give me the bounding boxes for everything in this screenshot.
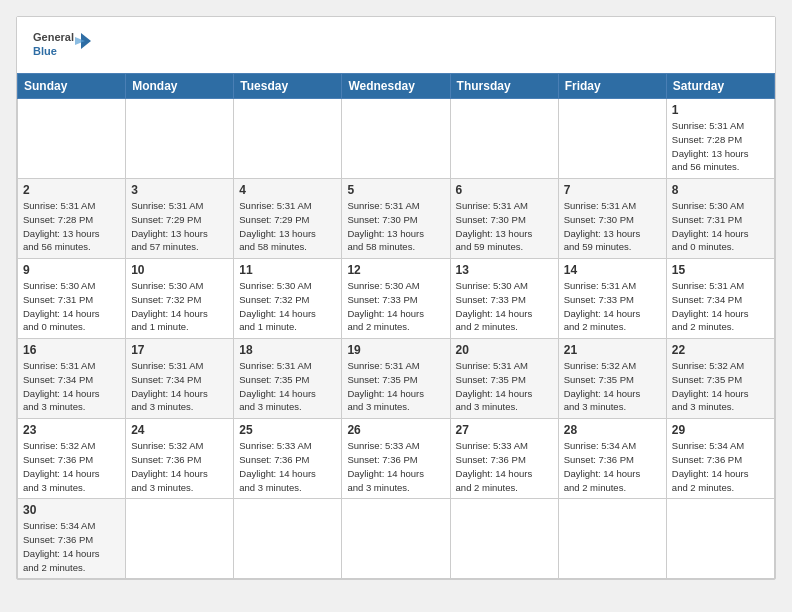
calendar-week-row: 30Sunrise: 5:34 AM Sunset: 7:36 PM Dayli… xyxy=(18,499,775,579)
calendar-cell: 27Sunrise: 5:33 AM Sunset: 7:36 PM Dayli… xyxy=(450,419,558,499)
weekday-header-sunday: Sunday xyxy=(18,74,126,99)
day-number: 20 xyxy=(456,343,553,357)
calendar-cell: 15Sunrise: 5:31 AM Sunset: 7:34 PM Dayli… xyxy=(666,259,774,339)
calendar-container: General Blue SundayMondayTuesdayWednesda… xyxy=(16,16,776,580)
day-number: 24 xyxy=(131,423,228,437)
calendar-cell: 16Sunrise: 5:31 AM Sunset: 7:34 PM Dayli… xyxy=(18,339,126,419)
day-info: Sunrise: 5:31 AM Sunset: 7:30 PM Dayligh… xyxy=(564,199,661,254)
weekday-header-row: SundayMondayTuesdayWednesdayThursdayFrid… xyxy=(18,74,775,99)
svg-text:General: General xyxy=(33,31,74,43)
calendar-cell xyxy=(342,99,450,179)
calendar-cell: 23Sunrise: 5:32 AM Sunset: 7:36 PM Dayli… xyxy=(18,419,126,499)
day-info: Sunrise: 5:31 AM Sunset: 7:30 PM Dayligh… xyxy=(456,199,553,254)
day-number: 7 xyxy=(564,183,661,197)
calendar-cell: 4Sunrise: 5:31 AM Sunset: 7:29 PM Daylig… xyxy=(234,179,342,259)
day-number: 4 xyxy=(239,183,336,197)
day-info: Sunrise: 5:32 AM Sunset: 7:36 PM Dayligh… xyxy=(23,439,120,494)
calendar-cell: 24Sunrise: 5:32 AM Sunset: 7:36 PM Dayli… xyxy=(126,419,234,499)
day-number: 30 xyxy=(23,503,120,517)
calendar-cell: 1Sunrise: 5:31 AM Sunset: 7:28 PM Daylig… xyxy=(666,99,774,179)
day-info: Sunrise: 5:31 AM Sunset: 7:35 PM Dayligh… xyxy=(239,359,336,414)
calendar-week-row: 2Sunrise: 5:31 AM Sunset: 7:28 PM Daylig… xyxy=(18,179,775,259)
day-info: Sunrise: 5:34 AM Sunset: 7:36 PM Dayligh… xyxy=(564,439,661,494)
calendar-cell: 12Sunrise: 5:30 AM Sunset: 7:33 PM Dayli… xyxy=(342,259,450,339)
weekday-header-friday: Friday xyxy=(558,74,666,99)
calendar-cell xyxy=(342,499,450,579)
calendar-cell: 5Sunrise: 5:31 AM Sunset: 7:30 PM Daylig… xyxy=(342,179,450,259)
svg-text:Blue: Blue xyxy=(33,45,57,57)
calendar-cell: 11Sunrise: 5:30 AM Sunset: 7:32 PM Dayli… xyxy=(234,259,342,339)
day-number: 15 xyxy=(672,263,769,277)
calendar-cell xyxy=(558,99,666,179)
day-info: Sunrise: 5:31 AM Sunset: 7:28 PM Dayligh… xyxy=(672,119,769,174)
generalblue-logo-icon: General Blue xyxy=(33,27,93,65)
day-info: Sunrise: 5:31 AM Sunset: 7:34 PM Dayligh… xyxy=(131,359,228,414)
calendar-cell: 19Sunrise: 5:31 AM Sunset: 7:35 PM Dayli… xyxy=(342,339,450,419)
calendar-cell: 22Sunrise: 5:32 AM Sunset: 7:35 PM Dayli… xyxy=(666,339,774,419)
day-info: Sunrise: 5:33 AM Sunset: 7:36 PM Dayligh… xyxy=(239,439,336,494)
weekday-header-tuesday: Tuesday xyxy=(234,74,342,99)
day-info: Sunrise: 5:30 AM Sunset: 7:31 PM Dayligh… xyxy=(672,199,769,254)
day-number: 27 xyxy=(456,423,553,437)
day-number: 29 xyxy=(672,423,769,437)
calendar-cell: 17Sunrise: 5:31 AM Sunset: 7:34 PM Dayli… xyxy=(126,339,234,419)
weekday-header-monday: Monday xyxy=(126,74,234,99)
day-info: Sunrise: 5:33 AM Sunset: 7:36 PM Dayligh… xyxy=(456,439,553,494)
day-number: 10 xyxy=(131,263,228,277)
calendar-week-row: 1Sunrise: 5:31 AM Sunset: 7:28 PM Daylig… xyxy=(18,99,775,179)
day-info: Sunrise: 5:31 AM Sunset: 7:35 PM Dayligh… xyxy=(456,359,553,414)
day-number: 16 xyxy=(23,343,120,357)
day-info: Sunrise: 5:30 AM Sunset: 7:33 PM Dayligh… xyxy=(456,279,553,334)
calendar-week-row: 23Sunrise: 5:32 AM Sunset: 7:36 PM Dayli… xyxy=(18,419,775,499)
day-number: 28 xyxy=(564,423,661,437)
calendar-cell: 7Sunrise: 5:31 AM Sunset: 7:30 PM Daylig… xyxy=(558,179,666,259)
day-info: Sunrise: 5:33 AM Sunset: 7:36 PM Dayligh… xyxy=(347,439,444,494)
calendar-cell xyxy=(234,99,342,179)
day-number: 5 xyxy=(347,183,444,197)
calendar-cell xyxy=(666,499,774,579)
day-number: 13 xyxy=(456,263,553,277)
calendar-table: SundayMondayTuesdayWednesdayThursdayFrid… xyxy=(17,73,775,579)
calendar-cell: 13Sunrise: 5:30 AM Sunset: 7:33 PM Dayli… xyxy=(450,259,558,339)
calendar-cell: 29Sunrise: 5:34 AM Sunset: 7:36 PM Dayli… xyxy=(666,419,774,499)
day-number: 26 xyxy=(347,423,444,437)
calendar-cell: 9Sunrise: 5:30 AM Sunset: 7:31 PM Daylig… xyxy=(18,259,126,339)
day-number: 11 xyxy=(239,263,336,277)
day-info: Sunrise: 5:31 AM Sunset: 7:33 PM Dayligh… xyxy=(564,279,661,334)
calendar-cell xyxy=(450,499,558,579)
day-number: 12 xyxy=(347,263,444,277)
calendar-cell: 30Sunrise: 5:34 AM Sunset: 7:36 PM Dayli… xyxy=(18,499,126,579)
day-info: Sunrise: 5:31 AM Sunset: 7:34 PM Dayligh… xyxy=(672,279,769,334)
calendar-cell: 14Sunrise: 5:31 AM Sunset: 7:33 PM Dayli… xyxy=(558,259,666,339)
calendar-cell: 20Sunrise: 5:31 AM Sunset: 7:35 PM Dayli… xyxy=(450,339,558,419)
calendar-cell xyxy=(126,99,234,179)
calendar-cell xyxy=(126,499,234,579)
day-number: 18 xyxy=(239,343,336,357)
day-info: Sunrise: 5:32 AM Sunset: 7:35 PM Dayligh… xyxy=(672,359,769,414)
day-number: 25 xyxy=(239,423,336,437)
calendar-cell xyxy=(234,499,342,579)
calendar-cell: 8Sunrise: 5:30 AM Sunset: 7:31 PM Daylig… xyxy=(666,179,774,259)
weekday-header-wednesday: Wednesday xyxy=(342,74,450,99)
day-number: 8 xyxy=(672,183,769,197)
calendar-cell: 25Sunrise: 5:33 AM Sunset: 7:36 PM Dayli… xyxy=(234,419,342,499)
day-number: 14 xyxy=(564,263,661,277)
calendar-week-row: 16Sunrise: 5:31 AM Sunset: 7:34 PM Dayli… xyxy=(18,339,775,419)
day-info: Sunrise: 5:32 AM Sunset: 7:36 PM Dayligh… xyxy=(131,439,228,494)
day-number: 22 xyxy=(672,343,769,357)
day-info: Sunrise: 5:31 AM Sunset: 7:35 PM Dayligh… xyxy=(347,359,444,414)
calendar-cell xyxy=(450,99,558,179)
day-info: Sunrise: 5:31 AM Sunset: 7:29 PM Dayligh… xyxy=(239,199,336,254)
day-info: Sunrise: 5:30 AM Sunset: 7:32 PM Dayligh… xyxy=(239,279,336,334)
weekday-header-saturday: Saturday xyxy=(666,74,774,99)
day-number: 19 xyxy=(347,343,444,357)
calendar-cell: 28Sunrise: 5:34 AM Sunset: 7:36 PM Dayli… xyxy=(558,419,666,499)
calendar-cell xyxy=(18,99,126,179)
calendar-cell: 6Sunrise: 5:31 AM Sunset: 7:30 PM Daylig… xyxy=(450,179,558,259)
calendar-cell: 2Sunrise: 5:31 AM Sunset: 7:28 PM Daylig… xyxy=(18,179,126,259)
calendar-cell: 3Sunrise: 5:31 AM Sunset: 7:29 PM Daylig… xyxy=(126,179,234,259)
calendar-week-row: 9Sunrise: 5:30 AM Sunset: 7:31 PM Daylig… xyxy=(18,259,775,339)
calendar-cell: 10Sunrise: 5:30 AM Sunset: 7:32 PM Dayli… xyxy=(126,259,234,339)
calendar-header: General Blue xyxy=(17,17,775,73)
logo: General Blue xyxy=(33,27,93,65)
